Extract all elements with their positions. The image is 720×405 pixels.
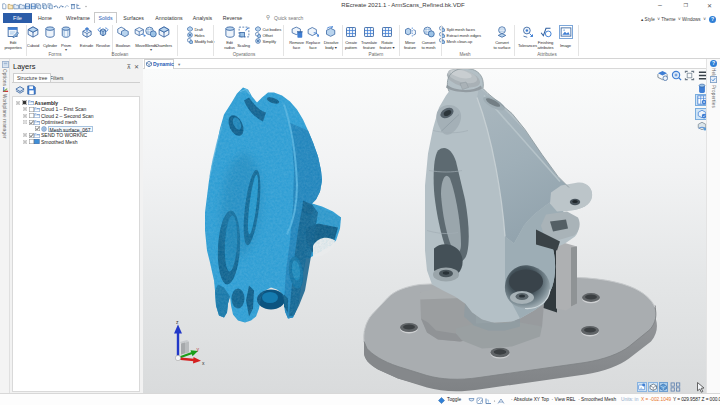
svg-text:z: z — [176, 319, 179, 325]
svg-text:y: y — [197, 345, 200, 351]
svg-text:x: x — [202, 360, 205, 366]
